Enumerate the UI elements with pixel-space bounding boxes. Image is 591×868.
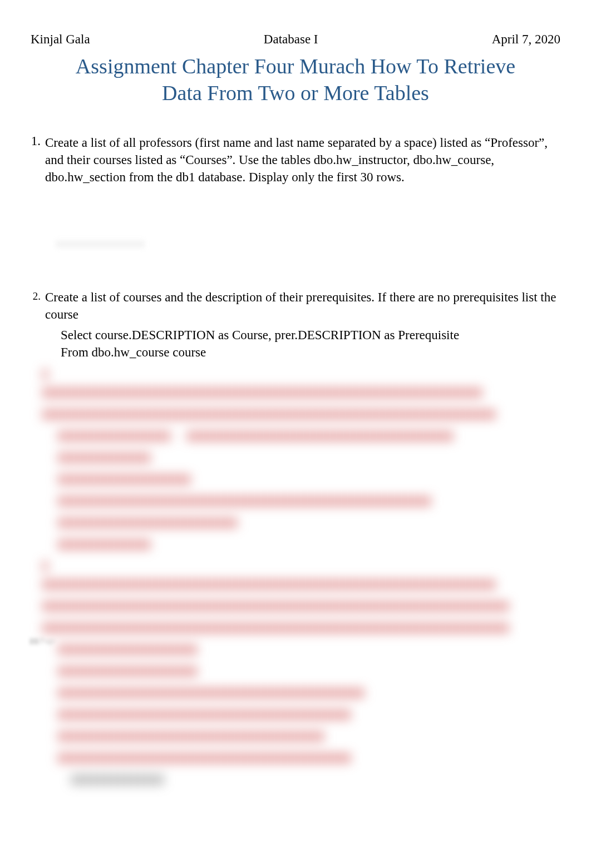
- question-text: Create a list of courses and the descrip…: [45, 289, 562, 323]
- page-footer: ▮▮|Page: [29, 636, 55, 646]
- sql-line: From dbo.hw_course course: [61, 344, 562, 361]
- header-date: April 7, 2020: [492, 32, 560, 47]
- blurred-line: ▮▮▮▮▮▮▮▮▮▮▮▮▮▮: [26, 770, 471, 788]
- header-author: Kinjal Gala: [31, 32, 90, 47]
- sql-code-block: Select course.DESCRIPTION as Course, pre…: [45, 326, 562, 361]
- blurred-line: ▮▮▮▮▮▮▮▮▮▮▮▮▮▮▮▮▮▮▮▮▮▮▮▮▮▮▮▮▮▮▮▮▮▮▮▮▮▮▮▮: [26, 726, 471, 745]
- blurred-line: ▮▮▮▮▮▮▮▮▮▮▮▮▮▮▮▮▮▮▮▮▮: [26, 661, 471, 679]
- blurred-line: ▮▮▮▮▮▮▮▮▮▮▮▮▮▮▮▮▮▮▮▮▮▮▮▮▮▮▮▮▮▮▮▮▮▮▮▮▮▮▮▮…: [26, 596, 471, 614]
- blurred-content-region: ▮ ▮▮▮▮▮▮▮▮▮▮▮▮▮▮▮▮▮▮▮▮▮▮▮▮▮▮▮▮▮▮▮▮▮▮▮▮▮▮…: [26, 364, 471, 614]
- blurred-line: ▮▮▮▮▮▮▮▮▮▮▮▮▮▮▮▮▮▮▮▮▮▮▮▮▮▮▮▮▮▮▮▮▮▮▮▮▮▮▮▮…: [26, 705, 471, 723]
- blurred-line: ▮▮▮▮▮▮▮▮▮▮▮▮▮▮▮▮▮▮▮▮▮▮▮▮▮▮▮▮▮▮▮▮▮▮▮▮▮▮▮▮…: [26, 404, 471, 423]
- blurred-line: ▮▮▮▮▮▮▮▮▮▮▮▮▮▮▮▮▮▮▮▮▮▮▮▮▮▮▮▮▮▮▮▮▮▮▮▮▮▮▮▮…: [26, 683, 471, 701]
- question-number: 2.: [29, 289, 45, 361]
- blurred-line: ▮▮▮▮▮▮▮▮▮▮▮▮▮▮▮▮▮▮▮▮▮▮▮▮▮▮▮▮▮▮▮▮▮▮▮▮▮▮▮▮…: [26, 618, 471, 636]
- blurred-line: ▮▮▮▮▮▮▮▮▮▮▮▮▮▮▮▮▮▮▮▮: [26, 469, 471, 488]
- blurred-fragment: [56, 240, 145, 248]
- blurred-line: ▮ ▮▮▮▮▮▮▮▮▮▮▮▮▮▮▮▮▮▮▮▮▮▮▮▮▮▮▮▮▮▮▮▮▮▮▮▮▮▮…: [26, 556, 471, 593]
- question-1: 1. Create a list of all professors (firs…: [29, 134, 562, 186]
- blurred-line: ▮▮▮▮▮▮▮▮▮▮▮▮▮▮▮▮▮ ▮▮▮▮▮▮▮▮▮▮▮▮▮▮▮▮▮▮▮▮▮▮…: [26, 426, 471, 444]
- blurred-line: ▮▮▮▮▮▮▮▮▮▮▮▮▮▮▮▮▮▮▮▮▮▮▮▮▮▮▮▮▮▮▮▮▮▮▮▮▮▮▮▮…: [26, 748, 471, 766]
- blurred-line: ▮▮▮▮▮▮▮▮▮▮▮▮▮▮: [26, 534, 471, 553]
- question-2: 2. Create a list of courses and the desc…: [29, 289, 562, 361]
- blurred-line: ▮▮▮▮▮▮▮▮▮▮▮▮▮▮: [26, 448, 471, 466]
- question-number: 1.: [29, 134, 45, 186]
- document-page: Kinjal Gala Database I April 7, 2020 Ass…: [0, 0, 591, 394]
- sql-line: Select course.DESCRIPTION as Course, pre…: [61, 326, 562, 344]
- document-title: Assignment Chapter Four Murach How To Re…: [73, 53, 518, 106]
- question-text: Create a list of all professors (first n…: [45, 134, 562, 186]
- blurred-line: ▮▮▮▮▮▮▮▮▮▮▮▮▮▮▮▮▮▮▮▮▮: [26, 639, 471, 658]
- question-list-2: 2. Create a list of courses and the desc…: [29, 289, 562, 361]
- page-header: Kinjal Gala Database I April 7, 2020: [29, 32, 562, 47]
- blurred-line: ▮▮▮▮▮▮▮▮▮▮▮▮▮▮▮▮▮▮▮▮▮▮▮▮▮▮▮: [26, 513, 471, 531]
- blurred-line: ▮▮▮▮▮▮▮▮▮▮▮▮▮▮▮▮▮▮▮▮▮▮▮▮▮▮▮▮▮▮▮▮▮▮▮▮▮▮▮▮…: [26, 491, 471, 509]
- question-list: 1. Create a list of all professors (firs…: [29, 134, 562, 186]
- blurred-line: ▮ ▮▮▮▮▮▮▮▮▮▮▮▮▮▮▮▮▮▮▮▮▮▮▮▮▮▮▮▮▮▮▮▮▮▮▮▮▮▮…: [26, 364, 471, 401]
- header-course: Database I: [264, 32, 318, 47]
